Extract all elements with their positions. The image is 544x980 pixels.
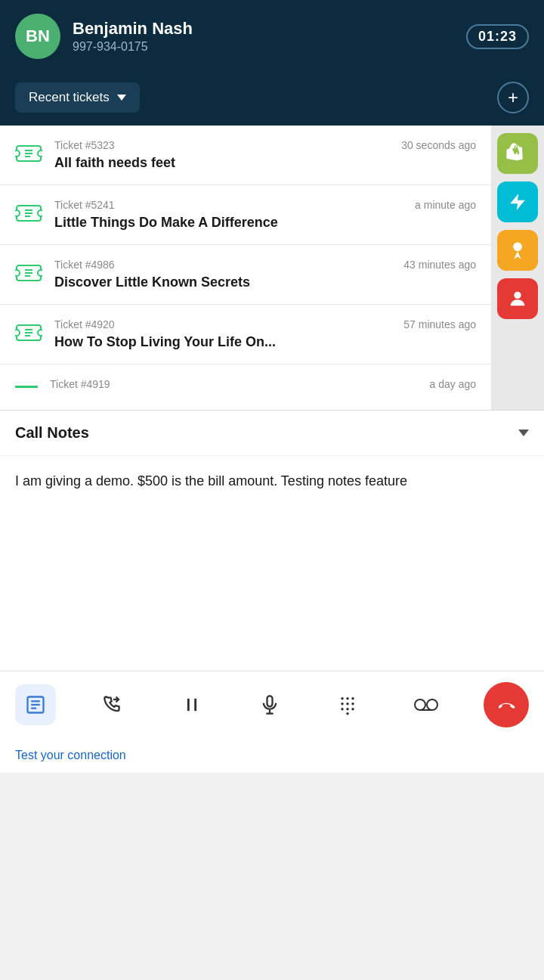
svg-point-42 [342, 708, 345, 711]
ticket-number: Ticket #5241 [54, 199, 115, 211]
call-notes-header[interactable]: Call Notes [0, 411, 544, 456]
table-row[interactable]: Ticket #4986 43 minutes ago Discover Lit… [0, 245, 491, 305]
ticket-content: Ticket #4919 a day ago [50, 378, 476, 394]
svg-point-1 [15, 150, 20, 157]
dialpad-button[interactable] [327, 684, 368, 725]
ticket-time: 57 minutes ago [403, 318, 476, 330]
ticket-number: Ticket #4919 [50, 378, 110, 390]
ticket-title: Discover Little Known Secrets [54, 274, 476, 290]
ticket-meta: Ticket #4986 43 minutes ago [54, 259, 476, 271]
ticket-icon [15, 322, 42, 346]
ticket-time: a minute ago [415, 199, 476, 211]
voicemail-button[interactable] [406, 684, 447, 725]
recent-tickets-label: Recent tickets [29, 90, 110, 105]
svg-point-20 [38, 330, 42, 336]
bottom-bar [0, 671, 544, 738]
ticket-icon [15, 262, 42, 287]
svg-point-41 [352, 702, 355, 706]
notes-button[interactable] [15, 684, 56, 725]
call-notes-title: Call Notes [15, 424, 89, 442]
svg-point-38 [352, 697, 355, 700]
ticket-number: Ticket #5323 [54, 139, 115, 151]
ticket-content: Ticket #5323 30 seconds ago All faith ne… [54, 139, 476, 171]
add-button[interactable]: + [497, 82, 529, 113]
svg-point-36 [342, 697, 345, 700]
svg-point-39 [342, 702, 345, 706]
call-notes-section: Call Notes [0, 410, 544, 671]
table-row[interactable]: Ticket #4920 57 minutes ago How To Stop … [0, 305, 491, 364]
ticket-content: Ticket #4986 43 minutes ago Discover Lit… [54, 259, 476, 290]
user-icon[interactable] [497, 278, 538, 319]
contact-name: Benjamin Nash [73, 19, 454, 39]
transfer-call-button[interactable] [93, 684, 134, 725]
header: BN Benjamin Nash 997-934-0175 01:23 [0, 0, 544, 73]
ticket-number: Ticket #4986 [54, 259, 115, 271]
svg-point-14 [38, 270, 42, 276]
ticket-meta: Ticket #5323 30 seconds ago [54, 139, 476, 151]
call-notes-textarea[interactable] [0, 456, 544, 668]
mute-button[interactable] [249, 684, 290, 725]
hold-button[interactable] [172, 684, 212, 725]
recent-tickets-button[interactable]: Recent tickets [15, 82, 140, 113]
ticket-list: Ticket #5323 30 seconds ago All faith ne… [0, 126, 491, 410]
table-row[interactable]: Ticket #5241 a minute ago Little Things … [0, 185, 491, 245]
svg-point-46 [415, 699, 425, 710]
avatar: BN [15, 14, 60, 59]
svg-point-40 [347, 702, 350, 706]
svg-point-7 [15, 210, 20, 216]
svg-point-2 [38, 150, 42, 157]
shopify-icon[interactable] [497, 133, 538, 174]
ticket-content: Ticket #5241 a minute ago Little Things … [54, 199, 476, 231]
svg-point-43 [347, 708, 350, 711]
ticket-meta: Ticket #4920 57 minutes ago [54, 318, 476, 330]
test-connection-link[interactable]: Test your connection [15, 749, 126, 761]
contact-phone: 997-934-0175 [73, 40, 454, 54]
ticket-partial-indicator [15, 386, 38, 388]
svg-point-44 [352, 708, 355, 711]
ticket-meta: Ticket #5241 a minute ago [54, 199, 476, 211]
ticket-title: All faith needs feet [54, 155, 476, 171]
call-timer: 01:23 [466, 24, 529, 49]
table-row[interactable]: Ticket #4919 a day ago [0, 364, 491, 410]
ticket-time: 30 seconds ago [401, 139, 476, 151]
svg-point-19 [15, 330, 20, 336]
ticket-title: How To Stop Living Your Life On... [54, 334, 476, 350]
ticket-icon [15, 143, 42, 167]
svg-point-37 [347, 697, 350, 700]
chevron-down-icon [117, 95, 126, 101]
header-info: Benjamin Nash 997-934-0175 [73, 19, 454, 54]
svg-point-13 [15, 270, 20, 276]
svg-point-47 [427, 699, 437, 710]
gravity-icon[interactable] [497, 230, 538, 271]
ticket-number: Ticket #4920 [54, 318, 115, 330]
ticket-icon [15, 203, 42, 227]
main-content: Ticket #5323 30 seconds ago All faith ne… [0, 126, 544, 410]
side-icons [491, 126, 544, 410]
svg-point-25 [514, 292, 521, 299]
ticket-title: Little Things Do Make A Difference [54, 215, 476, 231]
ticket-meta: Ticket #4919 a day ago [50, 378, 476, 390]
bolt-icon[interactable] [497, 181, 538, 222]
ticket-content: Ticket #4920 57 minutes ago How To Stop … [54, 318, 476, 350]
table-row[interactable]: Ticket #5323 30 seconds ago All faith ne… [0, 126, 491, 185]
ticket-time: a day ago [430, 378, 477, 390]
test-connection: Test your connection [0, 738, 544, 773]
svg-point-24 [513, 243, 522, 252]
end-call-button[interactable] [484, 682, 529, 727]
svg-rect-33 [267, 696, 272, 706]
svg-point-8 [38, 210, 42, 216]
toolbar: Recent tickets + [0, 73, 544, 126]
ticket-time: 43 minutes ago [403, 259, 476, 271]
svg-point-45 [347, 712, 350, 715]
chevron-down-icon [518, 430, 529, 436]
